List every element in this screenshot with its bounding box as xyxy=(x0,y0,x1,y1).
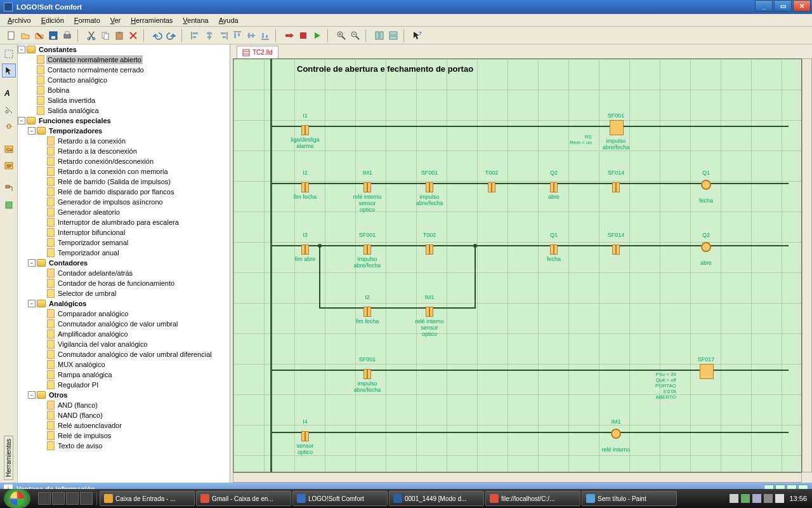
start-button[interactable] xyxy=(4,489,30,508)
ladder-element[interactable]: Q2abre xyxy=(691,231,721,266)
redo-button[interactable] xyxy=(165,29,178,42)
taskbar-task[interactable]: LOGO!Soft Comfort xyxy=(292,491,388,506)
delete-button[interactable] xyxy=(127,29,140,42)
close-button[interactable] xyxy=(33,29,46,42)
maximize-button[interactable]: ▭ xyxy=(774,0,792,11)
taskbar-task[interactable]: Caixa de Entrada - ... xyxy=(100,491,195,506)
tree-item[interactable]: Interruptor bifuncional xyxy=(18,227,230,237)
vtool-co-block[interactable]: Co xyxy=(2,142,16,156)
tree-item[interactable]: Bobina xyxy=(18,85,230,95)
align-center-button[interactable] xyxy=(203,29,216,42)
vtool-pointer[interactable] xyxy=(2,64,16,77)
tree-item[interactable]: Selector de umbral xyxy=(18,288,230,298)
goto-button[interactable] xyxy=(283,29,296,42)
tree-item[interactable]: Rampa analógica xyxy=(18,370,230,380)
tab-diagram[interactable]: TC2.lld xyxy=(237,46,278,58)
ladder-element[interactable]: Q1fecha xyxy=(691,169,721,204)
tree-item[interactable]: −Analógicos xyxy=(18,298,230,309)
horizontal-scrollbar[interactable] xyxy=(233,472,802,483)
tree-item[interactable]: Contador de horas de funcionamiento xyxy=(18,278,230,288)
ladder-element[interactable]: SF017 xyxy=(691,356,721,382)
zoom-out-button[interactable] xyxy=(349,29,362,42)
tree-item[interactable]: Contador adelante/atrás xyxy=(18,268,230,278)
tree-item[interactable]: Relé autoenclavador xyxy=(18,420,230,431)
tree-item[interactable]: Relé de impulsos xyxy=(18,431,230,441)
tree-toggle[interactable]: − xyxy=(28,300,36,307)
vertical-scrollbar[interactable] xyxy=(802,58,812,472)
print-button[interactable] xyxy=(61,29,74,42)
play-button[interactable] xyxy=(311,29,324,42)
tray-icon[interactable] xyxy=(741,494,750,503)
taskbar-task[interactable]: Gmail - Caixa de en... xyxy=(196,491,291,506)
ladder-element[interactable]: T002 xyxy=(477,169,506,194)
ladder-element[interactable]: SF001impulso abre/fecha xyxy=(601,112,631,150)
tree-toggle[interactable]: − xyxy=(28,259,36,267)
tree-item[interactable]: Temporizador anual xyxy=(18,248,230,258)
tray-icon[interactable] xyxy=(764,494,773,503)
ql-icon-1[interactable] xyxy=(38,492,51,505)
tree-item[interactable]: Generador aleatorio xyxy=(18,207,230,217)
tree-item[interactable]: Temporizador semanal xyxy=(18,237,230,248)
align-middle-button[interactable] xyxy=(245,29,258,42)
taskbar-clock[interactable]: 13:56 xyxy=(789,495,812,502)
tree-item[interactable]: Salida invertida xyxy=(18,95,230,105)
tree-item[interactable]: Conmutador analógico de valor umbral xyxy=(18,319,230,329)
ladder-element[interactable]: SF001impulso abre/fecha xyxy=(415,169,444,206)
tree-item[interactable]: Comparador analógico xyxy=(18,309,230,319)
menu-herramientas[interactable]: Herramientas xyxy=(126,15,178,25)
cut-button[interactable] xyxy=(85,29,98,42)
system-tray[interactable] xyxy=(724,494,789,503)
vtool-sf-block[interactable]: SF xyxy=(2,159,16,173)
tree-item[interactable]: MUX analógico xyxy=(18,359,230,370)
tree-item[interactable]: Retardo a la conexión xyxy=(18,136,230,146)
ladder-element[interactable]: IM1relé interno sensor optico xyxy=(353,169,382,213)
ladder-element[interactable]: I2fim fecha xyxy=(291,169,320,200)
ladder-element[interactable]: SF001impulso abre/fecha xyxy=(353,356,382,393)
menu-archivo[interactable]: Archivo xyxy=(3,15,36,25)
vtool-text[interactable]: A xyxy=(2,86,16,100)
align-top-button[interactable] xyxy=(231,29,244,42)
tree-item[interactable]: Amplificador analógico xyxy=(18,329,230,339)
vtool-link[interactable] xyxy=(2,119,16,133)
diagram-canvas[interactable]: Controle de abertura e fechamento de por… xyxy=(233,58,802,472)
function-tree-panel[interactable]: −ConstantesContacto normalmente abiertoC… xyxy=(18,44,230,483)
tree-item[interactable]: Generador de impulsos asíncrono xyxy=(18,197,230,207)
ladder-element[interactable]: I4sensor optico xyxy=(291,418,320,455)
taskbar-task[interactable]: file://localhost/C:/... xyxy=(485,491,580,506)
align-bottom-button[interactable] xyxy=(259,29,272,42)
vtool-paint[interactable] xyxy=(2,182,16,196)
tree-item[interactable]: Contacto normalmente cerrado xyxy=(18,65,230,75)
taskbar-task[interactable]: Sem título - Paint xyxy=(582,491,677,506)
tree-item[interactable]: Relé de barrido disparado por flancos xyxy=(18,187,230,197)
tree-item[interactable]: −Contadores xyxy=(18,258,230,268)
tree-item[interactable]: Regulador PI xyxy=(18,380,230,390)
tree-item[interactable]: Relé de barrido (Salida de impulsos) xyxy=(18,177,230,187)
layout2-button[interactable] xyxy=(387,29,400,42)
taskbar-task[interactable]: 0001_1449 [Modo d... xyxy=(389,491,484,506)
ladder-element[interactable]: SF014 xyxy=(601,231,631,256)
menu-ventana[interactable]: Ventana xyxy=(178,15,213,25)
tree-item[interactable]: −Constantes xyxy=(18,44,230,55)
vtool-sim[interactable] xyxy=(2,198,16,212)
tree-item[interactable]: Salida analógica xyxy=(18,105,230,116)
ladder-element[interactable]: I2fim fecha xyxy=(353,293,382,324)
help-cursor-button[interactable]: ? xyxy=(411,29,424,42)
ladder-element[interactable]: I1liga/desliga alarme xyxy=(291,112,320,149)
align-left-button[interactable] xyxy=(189,29,202,42)
vtool-cut-wire[interactable] xyxy=(2,103,16,117)
tree-toggle[interactable]: − xyxy=(28,127,36,135)
ladder-element[interactable]: T002 xyxy=(415,231,444,256)
save-button[interactable] xyxy=(47,29,60,42)
tree-toggle[interactable]: − xyxy=(18,46,25,53)
tray-volume-icon[interactable] xyxy=(775,494,784,503)
tree-toggle[interactable]: − xyxy=(28,391,36,399)
copy-button[interactable] xyxy=(99,29,112,42)
stop-button[interactable] xyxy=(297,29,310,42)
tree-item[interactable]: Retardo a la desconexión xyxy=(18,146,230,156)
close-button[interactable]: ✕ xyxy=(793,0,811,11)
tree-item[interactable]: Interruptor de alumbrado para escalera xyxy=(18,217,230,227)
tree-item[interactable]: Conmutador analógico de valor umbral dif… xyxy=(18,349,230,359)
menu-ayuda[interactable]: Ayuda xyxy=(214,15,244,25)
tree-item[interactable]: NAND (flanco) xyxy=(18,410,230,420)
ladder-element[interactable]: IM1relé interno sensor optico xyxy=(415,293,444,337)
